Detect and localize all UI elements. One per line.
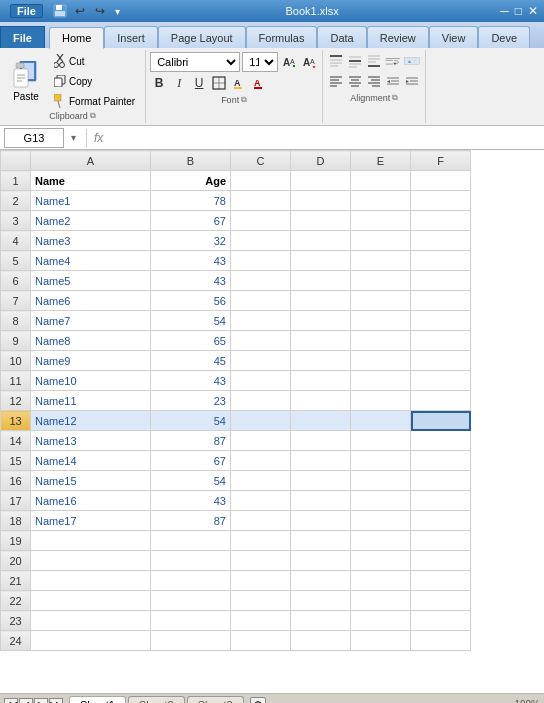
row-header-22[interactable]: 22 <box>1 591 31 611</box>
sheet-nav-prev[interactable]: ◀ <box>19 698 33 704</box>
cell-a12[interactable]: Name11 <box>31 391 151 411</box>
align-right-btn[interactable] <box>365 72 383 90</box>
cell-d2[interactable] <box>291 191 351 211</box>
row-header-17[interactable]: 17 <box>1 491 31 511</box>
cell-b8[interactable]: 54 <box>151 311 231 331</box>
cell-b18[interactable]: 87 <box>151 511 231 531</box>
cell-e17[interactable] <box>351 491 411 511</box>
cell-b17[interactable]: 43 <box>151 491 231 511</box>
cell-d7[interactable] <box>291 291 351 311</box>
cell-b9[interactable]: 65 <box>151 331 231 351</box>
cell-a16[interactable]: Name15 <box>31 471 151 491</box>
cell-f17[interactable] <box>411 491 471 511</box>
cell-a13[interactable]: Name12 <box>31 411 151 431</box>
cell-c7[interactable] <box>231 291 291 311</box>
cell-e3[interactable] <box>351 211 411 231</box>
cell-a9[interactable]: Name8 <box>31 331 151 351</box>
minimize-btn[interactable]: ─ <box>500 4 509 18</box>
cell-e12[interactable] <box>351 391 411 411</box>
merge-center-btn[interactable]: a <box>403 52 421 70</box>
cell-d14[interactable] <box>291 431 351 451</box>
cell-a6[interactable]: Name5 <box>31 271 151 291</box>
cell-f3[interactable] <box>411 211 471 231</box>
cell-d16[interactable] <box>291 471 351 491</box>
row-header-23[interactable]: 23 <box>1 611 31 631</box>
cell-d1[interactable] <box>291 171 351 191</box>
cell-b10[interactable]: 45 <box>151 351 231 371</box>
sheet-tab-sheet3[interactable]: Sheet3 <box>187 696 244 704</box>
row-header-7[interactable]: 7 <box>1 291 31 311</box>
cell-b16[interactable]: 54 <box>151 471 231 491</box>
row-header-13[interactable]: 13 <box>1 411 31 431</box>
cell-e1[interactable] <box>351 171 411 191</box>
cell-e5[interactable] <box>351 251 411 271</box>
row-header-2[interactable]: 2 <box>1 191 31 211</box>
cell-c18[interactable] <box>231 511 291 531</box>
row-header-15[interactable]: 15 <box>1 451 31 471</box>
row-header-8[interactable]: 8 <box>1 311 31 331</box>
cell-b12[interactable]: 23 <box>151 391 231 411</box>
row-header-24[interactable]: 24 <box>1 631 31 651</box>
col-header-a[interactable]: A <box>31 151 151 171</box>
cell-a8[interactable]: Name7 <box>31 311 151 331</box>
file-menu-btn[interactable]: File <box>10 4 43 18</box>
cell-a15[interactable]: Name14 <box>31 451 151 471</box>
row-header-6[interactable]: 6 <box>1 271 31 291</box>
cell-a10[interactable]: Name9 <box>31 351 151 371</box>
cell-a17[interactable]: Name16 <box>31 491 151 511</box>
cell-c8[interactable] <box>231 311 291 331</box>
cell-c3[interactable] <box>231 211 291 231</box>
cell-f9[interactable] <box>411 331 471 351</box>
cell-f12[interactable] <box>411 391 471 411</box>
cell-c11[interactable] <box>231 371 291 391</box>
clipboard-dialog-launcher[interactable]: ⧉ <box>90 111 96 121</box>
align-top-btn[interactable] <box>327 52 345 70</box>
cell-a7[interactable]: Name6 <box>31 291 151 311</box>
row-header-1[interactable]: 1 <box>1 171 31 191</box>
cell-c2[interactable] <box>231 191 291 211</box>
tab-developer[interactable]: Deve <box>478 26 530 48</box>
formula-input[interactable] <box>107 128 540 148</box>
cell-d12[interactable] <box>291 391 351 411</box>
cell-c12[interactable] <box>231 391 291 411</box>
sheet-tab-sheet1[interactable]: Sheet1 <box>69 696 126 704</box>
decrease-indent-btn[interactable] <box>384 72 402 90</box>
alignment-dialog-launcher[interactable]: ⧉ <box>392 93 398 103</box>
cell-g13[interactable] <box>411 411 471 431</box>
row-header-21[interactable]: 21 <box>1 571 31 591</box>
cell-f7[interactable] <box>411 291 471 311</box>
row-header-18[interactable]: 18 <box>1 511 31 531</box>
cell-b7[interactable]: 56 <box>151 291 231 311</box>
cell-e6[interactable] <box>351 271 411 291</box>
cell-c13[interactable] <box>231 411 291 431</box>
cell-b2[interactable]: 78 <box>151 191 231 211</box>
cell-d19[interactable] <box>291 531 351 551</box>
row-header-4[interactable]: 4 <box>1 231 31 251</box>
cell-c4[interactable] <box>231 231 291 251</box>
cell-reference-box[interactable] <box>4 128 64 148</box>
sheet-nav-first[interactable]: ◀◀ <box>4 698 18 704</box>
row-header-19[interactable]: 19 <box>1 531 31 551</box>
cell-f1[interactable] <box>411 171 471 191</box>
align-bottom-btn[interactable] <box>365 52 383 70</box>
cell-d13[interactable] <box>291 411 351 431</box>
italic-button[interactable]: I <box>170 74 188 92</box>
row-header-20[interactable]: 20 <box>1 551 31 571</box>
cell-c19[interactable] <box>231 531 291 551</box>
cell-d17[interactable] <box>291 491 351 511</box>
cell-d3[interactable] <box>291 211 351 231</box>
row-header-10[interactable]: 10 <box>1 351 31 371</box>
cell-c10[interactable] <box>231 351 291 371</box>
cell-e2[interactable] <box>351 191 411 211</box>
decrease-font-btn[interactable]: A A <box>300 53 318 71</box>
cell-f6[interactable] <box>411 271 471 291</box>
cut-button[interactable]: Cut <box>50 52 139 70</box>
cell-d10[interactable] <box>291 351 351 371</box>
tab-page-layout[interactable]: Page Layout <box>158 26 246 48</box>
tab-file[interactable]: File <box>0 26 45 48</box>
cell-e8[interactable] <box>351 311 411 331</box>
cell-f19[interactable] <box>411 531 471 551</box>
sheet-nav-last[interactable]: ▶▶ <box>49 698 63 704</box>
cell-a1[interactable]: Name <box>31 171 151 191</box>
cell-f10[interactable] <box>411 351 471 371</box>
